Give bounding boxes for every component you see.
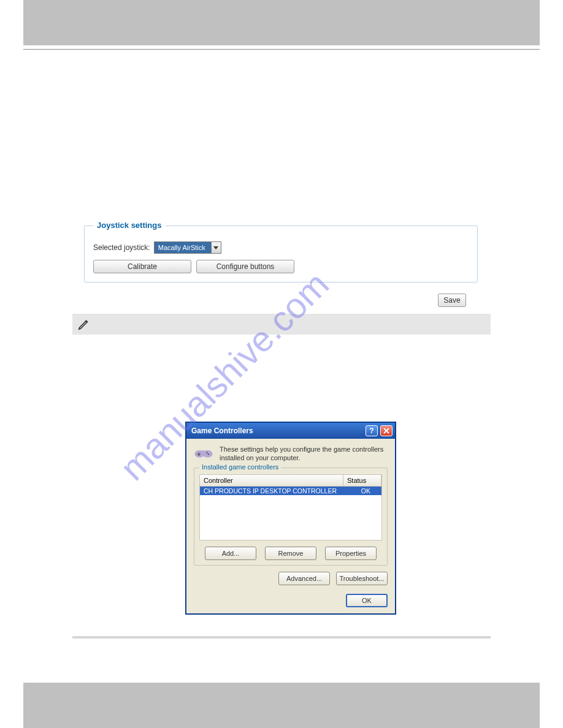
controller-name: CH PRODUCTS IP DESKTOP CONTROLLER <box>204 487 343 495</box>
joystick-settings-title: Joystick settings <box>93 221 166 230</box>
save-button[interactable]: Save <box>438 294 466 307</box>
controller-list[interactable]: CH PRODUCTS IP DESKTOP CONTROLLER OK <box>199 487 382 540</box>
status-header: Status <box>343 475 381 486</box>
svg-point-6 <box>208 453 210 455</box>
installed-controllers-group: Installed game controllers Controller St… <box>194 468 388 566</box>
game-controllers-dialog: Game Controllers ? These sett <box>185 422 396 615</box>
ok-button[interactable]: OK <box>346 594 388 607</box>
add-button[interactable]: Add... <box>205 547 256 560</box>
configure-buttons-button[interactable]: Configure buttons <box>196 260 294 273</box>
svg-point-5 <box>206 452 208 453</box>
joystick-dropdown[interactable]: Macally AirStick <box>154 241 221 254</box>
remove-button[interactable]: Remove <box>265 547 316 560</box>
gamepad-icon <box>194 445 213 460</box>
page-footer-bar <box>23 683 540 728</box>
svg-rect-4 <box>197 453 201 455</box>
advanced-button[interactable]: Advanced... <box>278 572 330 585</box>
installed-controllers-title: Installed game controllers <box>199 463 281 471</box>
dialog-title: Game Controllers <box>191 427 253 435</box>
controller-status: OK <box>343 487 378 495</box>
svg-rect-2 <box>199 450 207 456</box>
table-row[interactable]: CH PRODUCTS IP DESKTOP CONTROLLER OK <box>200 487 381 495</box>
controller-header: Controller <box>200 475 343 486</box>
bottom-divider <box>72 636 491 639</box>
chevron-down-icon[interactable] <box>211 242 221 253</box>
note-bar <box>72 314 491 335</box>
selected-joystick-label: Selected joystick: <box>93 243 150 252</box>
troubleshoot-button[interactable]: Troubleshoot... <box>336 572 388 585</box>
help-icon[interactable]: ? <box>366 425 378 436</box>
header-divider <box>23 49 540 50</box>
joystick-settings-group: Joystick settings Selected joystick: Mac… <box>84 226 478 282</box>
controller-table-header: Controller Status <box>199 474 382 487</box>
dialog-description: These settings help you configure the ga… <box>220 445 388 463</box>
pencil-icon <box>77 317 91 331</box>
close-icon[interactable] <box>380 425 393 436</box>
dialog-titlebar[interactable]: Game Controllers ? <box>186 423 395 439</box>
calibrate-button[interactable]: Calibrate <box>93 260 191 273</box>
properties-button[interactable]: Properties <box>325 547 377 560</box>
page-header-bar <box>23 0 540 45</box>
joystick-dropdown-value: Macally AirStick <box>155 242 211 253</box>
